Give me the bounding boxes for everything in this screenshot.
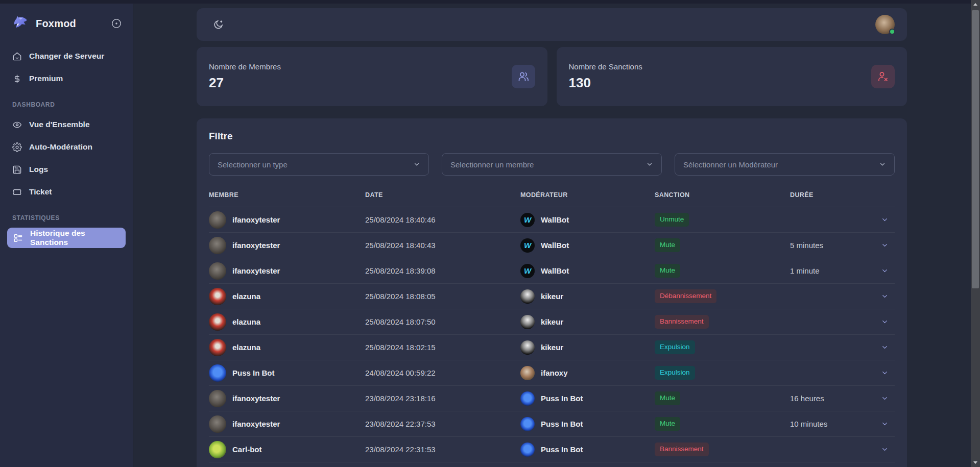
column-header-duree: DURÉE — [790, 191, 874, 199]
moderator-avatar — [520, 315, 535, 329]
sanction-duration: 5 minutes — [790, 241, 874, 250]
sanctions-stat-value: 130 — [569, 75, 642, 91]
members-stat-value: 27 — [209, 75, 281, 91]
member-cell: ifanoxytester — [209, 262, 365, 280]
sanction-cell: Unmute — [655, 213, 790, 226]
row-expand-chevron-icon[interactable] — [874, 267, 895, 275]
stats-row: Nombre de Membres 27 Nombre de Sanctions… — [197, 47, 907, 106]
member-name: elazuna — [232, 292, 260, 301]
scroll-down-arrow-icon — [973, 461, 977, 464]
table-row[interactable]: elazuna 25/08/2024 18:08:05 kikeur Déban… — [209, 284, 895, 309]
member-avatar — [209, 364, 226, 382]
sidebar-item-label: Changer de Serveur — [29, 52, 104, 61]
browser-scrollbar[interactable] — [971, 0, 980, 467]
sanction-date: 25/08/2024 18:02:15 — [365, 343, 520, 352]
moderator-avatar-letter: W — [524, 215, 531, 224]
table-row[interactable]: Puss In Bot 24/08/2024 00:59:22 ifanoxy … — [209, 360, 895, 386]
table-row[interactable]: elazuna 25/08/2024 18:02:15 kikeur Expul… — [209, 335, 895, 360]
sanctions-stat-card: Nombre de Sanctions 130 — [557, 47, 907, 106]
table-body: ifanoxytester 25/08/2024 18:40:46 W Wall… — [209, 207, 895, 462]
sanction-cell: Mute — [655, 391, 790, 405]
sidebar-item-ticket[interactable]: Ticket — [0, 181, 133, 203]
member-avatar — [209, 211, 226, 229]
sanctions-panel: Filtre Selectionner un type Selectionner… — [197, 118, 907, 467]
save-icon — [12, 165, 22, 175]
main-content: Nombre de Membres 27 Nombre de Sanctions… — [133, 0, 971, 467]
row-expand-chevron-icon[interactable] — [874, 292, 895, 300]
user-menu[interactable] — [875, 15, 895, 34]
sidebar-item-vue-densemble[interactable]: Vue d'Ensemble — [0, 113, 133, 136]
member-filter-select[interactable]: Selectionner un membre — [442, 153, 662, 176]
scrollbar-thumb[interactable] — [972, 10, 979, 288]
member-filter-placeholder: Selectionner un membre — [450, 160, 534, 169]
table-row[interactable]: ifanoxytester 25/08/2024 18:39:08 W Wall… — [209, 258, 895, 284]
table-row[interactable]: ifanoxytester 23/08/2024 23:18:16 Puss I… — [209, 386, 895, 411]
row-expand-chevron-icon[interactable] — [874, 318, 895, 326]
moderator-avatar: W — [520, 264, 535, 278]
sanction-badge: Mute — [655, 391, 680, 405]
moderator-avatar — [520, 391, 535, 406]
moderator-avatar: W — [520, 238, 535, 253]
table-row[interactable]: ifanoxytester 23/08/2024 22:37:53 Puss I… — [209, 411, 895, 437]
home-icon — [12, 52, 22, 61]
member-avatar — [209, 390, 226, 407]
moderator-cell: W WallBot — [520, 264, 655, 278]
theme-toggle-button[interactable] — [213, 19, 224, 30]
row-expand-chevron-icon[interactable] — [874, 216, 895, 224]
sidebar-item-auto-moderation[interactable]: Auto-Modération — [0, 136, 133, 158]
row-expand-chevron-icon[interactable] — [874, 343, 895, 351]
scroll-up-arrow-icon — [973, 3, 977, 6]
moderator-name: WallBot — [541, 215, 569, 224]
row-expand-chevron-icon[interactable] — [874, 369, 895, 377]
moderator-avatar — [520, 417, 535, 431]
sidebar-section-statistiques: STATISTIQUES — [0, 209, 133, 227]
type-filter-select[interactable]: Selectionner un type — [209, 153, 429, 176]
table-row[interactable]: ifanoxytester 25/08/2024 18:40:43 W Wall… — [209, 233, 895, 258]
moderator-cell: Puss In Bot — [520, 417, 655, 431]
chevron-down-icon — [879, 161, 886, 168]
member-avatar — [209, 262, 226, 280]
sidebar-item-historique-des-sanctions[interactable]: Historique des Sanctions — [7, 228, 126, 248]
user-x-icon — [877, 70, 889, 83]
member-cell: elazuna — [209, 313, 365, 331]
table-row[interactable]: Carl-bot 23/08/2024 22:31:53 Puss In Bot… — [209, 437, 895, 462]
eye-icon — [12, 120, 22, 130]
moderator-filter-select[interactable]: Sélectionner un Modérateur — [675, 153, 895, 176]
scrollbar-up-button[interactable] — [971, 0, 980, 9]
sanction-date: 23/08/2024 22:37:53 — [365, 420, 520, 428]
member-avatar — [209, 441, 226, 458]
row-expand-chevron-icon[interactable] — [874, 241, 895, 249]
sanction-duration: 10 minutes — [790, 420, 874, 428]
sidebar-item-changer-de-serveur[interactable]: Changer de Serveur — [0, 45, 133, 67]
table-row[interactable]: elazuna 25/08/2024 18:07:50 kikeur Banni… — [209, 309, 895, 335]
gear-icon — [12, 142, 22, 152]
row-expand-chevron-icon[interactable] — [874, 395, 895, 402]
moderator-name: kikeur — [541, 292, 563, 301]
sidebar-item-label: Ticket — [29, 187, 52, 196]
sanction-date: 25/08/2024 18:07:50 — [365, 317, 520, 326]
member-name: ifanoxytester — [232, 241, 280, 250]
sidebar-item-logs[interactable]: Logs — [0, 158, 133, 181]
member-cell: Carl-bot — [209, 441, 365, 458]
sidebar-collapse-button[interactable] — [110, 17, 123, 30]
scrollbar-down-button[interactable] — [971, 458, 980, 467]
members-stat-label: Nombre de Membres — [209, 62, 281, 71]
member-avatar — [209, 288, 226, 305]
table-row[interactable]: ifanoxytester 25/08/2024 18:40:46 W Wall… — [209, 207, 895, 233]
foxmod-logo-icon — [11, 14, 30, 33]
sanction-date: 25/08/2024 18:39:08 — [365, 266, 520, 275]
online-status-dot — [889, 29, 895, 35]
column-header-moderateur: MODÉRATEUR — [520, 191, 655, 199]
sanctions-table: MEMBRE DATE MODÉRATEUR SANCTION DURÉE if… — [209, 183, 895, 462]
sanction-cell: Mute — [655, 238, 790, 252]
sanction-badge: Mute — [655, 417, 680, 430]
sanction-duration: 16 heures — [790, 394, 874, 403]
row-expand-chevron-icon[interactable] — [874, 446, 895, 453]
moderator-avatar — [520, 340, 535, 355]
row-expand-chevron-icon[interactable] — [874, 420, 895, 428]
sidebar-item-premium[interactable]: Premium — [0, 67, 133, 90]
filter-title: Filtre — [209, 131, 895, 142]
moderator-name: Puss In Bot — [541, 445, 583, 454]
window-top-edge — [0, 0, 971, 4]
sanction-badge: Expulsion — [655, 366, 695, 379]
